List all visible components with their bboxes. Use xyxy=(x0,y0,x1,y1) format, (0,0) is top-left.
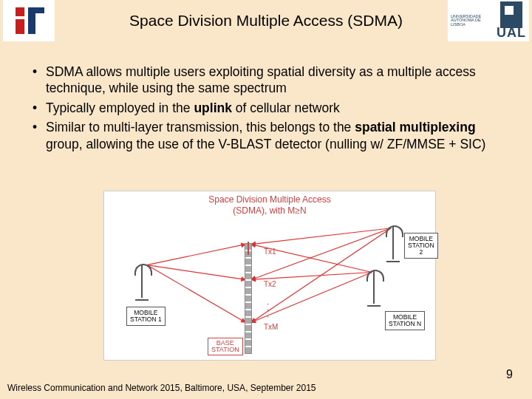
txm-label: TxM xyxy=(264,323,278,331)
bullet-2: Typically employed in the uplink of cell… xyxy=(30,100,510,116)
bullet-3: Similar to multi-layer transmission, thi… xyxy=(30,119,510,152)
svg-rect-2 xyxy=(16,19,24,34)
svg-line-4 xyxy=(147,245,245,265)
base-station-label: BASESTATION xyxy=(208,338,243,355)
tx-ellipsis: ··· xyxy=(267,301,269,319)
mobile-station-n-label: MOBILESTATION N xyxy=(385,311,425,330)
diagram-title: Space Division Multiple Access (SDMA), w… xyxy=(104,194,435,216)
tx2-label: Tx2 xyxy=(264,280,276,288)
tx1-label: Tx1 xyxy=(264,248,276,256)
sdma-diagram: Space Division Multiple Access (SDMA), w… xyxy=(103,191,436,361)
logo-it xyxy=(3,0,55,41)
svg-line-5 xyxy=(147,265,245,280)
mobile-station-2-label: MOBILESTATION 2 xyxy=(404,233,438,259)
bullet-list: SDMA allows multiple users exploiting sp… xyxy=(30,64,510,152)
logo-ual: UNIVERSIDADE AUTÓNOMA DE LISBOA UAL xyxy=(448,0,529,41)
page-number: 9 xyxy=(506,368,513,381)
svg-line-7 xyxy=(251,228,391,245)
footer-text: Wireless Communication and Network 2015,… xyxy=(7,383,316,393)
svg-rect-0 xyxy=(28,7,35,34)
ual-icon xyxy=(500,1,522,28)
mobile-station-1-label: MOBILESTATION 1 xyxy=(126,307,166,326)
svg-rect-1 xyxy=(16,7,24,16)
mobile-antenna-1 xyxy=(141,265,143,298)
mobile-antenna-n xyxy=(373,271,375,304)
mobile-antenna-2 xyxy=(392,227,394,259)
svg-line-11 xyxy=(251,273,372,280)
bullet-1: SDMA allows multiple users exploiting sp… xyxy=(30,64,510,97)
signal-lines xyxy=(104,191,435,361)
svg-rect-3 xyxy=(35,7,44,13)
